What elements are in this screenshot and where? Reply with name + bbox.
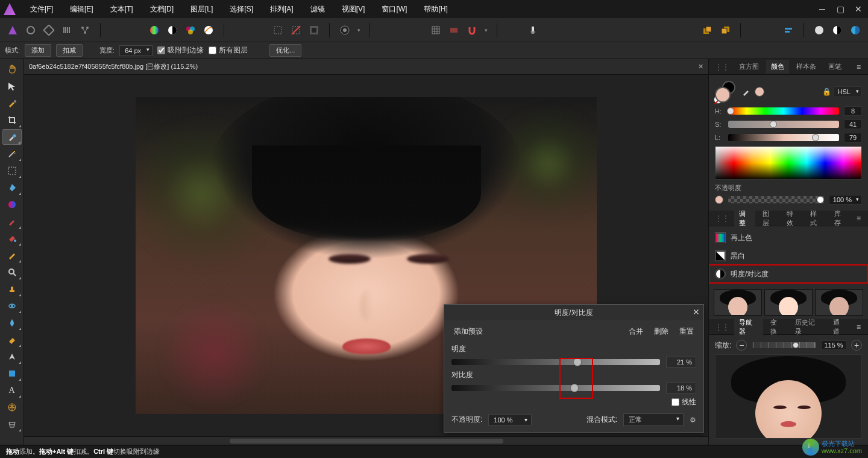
merge-button[interactable]: 合并 — [626, 325, 646, 338]
zoom-out-button[interactable]: − — [736, 340, 747, 351]
adjustment-bw[interactable]: 黑白 — [709, 247, 868, 265]
navigator-preview[interactable] — [715, 354, 862, 439]
mode-add-button[interactable]: 添加 — [25, 44, 51, 57]
menu-text[interactable]: 文本[T] — [102, 1, 142, 18]
paint-brush-tool[interactable] — [2, 214, 22, 229]
lock-icon[interactable]: 🔒 — [822, 87, 831, 96]
arrange-back-icon[interactable] — [717, 22, 733, 38]
preset-thumb[interactable] — [714, 289, 762, 316]
hue-value[interactable]: 8 — [844, 106, 862, 116]
pen-tool[interactable] — [2, 349, 22, 364]
magnet-dropdown[interactable]: ▾ — [482, 22, 489, 38]
zoom-tool[interactable] — [2, 264, 22, 280]
adjustment-vibrance-icon[interactable] — [183, 22, 198, 38]
fill-tool[interactable] — [2, 231, 22, 246]
close-window-button[interactable]: ✕ — [852, 3, 864, 15]
navigator-panel-menu-icon[interactable]: ≡ — [853, 323, 864, 331]
blend-mode-dropdown[interactable]: 正常 — [623, 413, 684, 426]
dialog-opacity-dropdown[interactable]: 100 % — [488, 415, 531, 425]
contrast-value[interactable]: 18 % — [666, 383, 696, 393]
menu-file[interactable]: 文件[F] — [22, 1, 61, 18]
gradient-tool[interactable] — [2, 197, 22, 212]
color-panel-menu-icon[interactable]: ≡ — [853, 63, 864, 71]
adjustment-brightness-contrast[interactable]: 明度/对比度 — [709, 265, 868, 283]
menu-view[interactable]: 视图[V] — [333, 1, 374, 18]
brightness-value[interactable]: 21 % — [666, 357, 696, 367]
align-icon[interactable] — [781, 22, 796, 38]
marquee-deselect-icon[interactable] — [288, 22, 304, 38]
menu-layer[interactable]: 图层[L] — [182, 1, 221, 18]
snap-icon[interactable] — [446, 22, 462, 38]
layer-mask-icon[interactable] — [829, 22, 845, 38]
marquee-invert-icon[interactable] — [306, 22, 322, 38]
magnet-icon[interactable] — [464, 22, 480, 38]
persona-develop-icon[interactable] — [41, 22, 57, 38]
heal-brush-tool[interactable] — [2, 298, 22, 314]
brightness-slider[interactable] — [451, 359, 660, 365]
dialog-settings-icon[interactable]: ⚙ — [690, 416, 696, 424]
tab-histogram[interactable]: 直方图 — [734, 60, 764, 74]
lightness-slider[interactable] — [728, 134, 839, 141]
tab-color[interactable]: 颜色 — [766, 60, 789, 74]
marquee-tool[interactable] — [2, 163, 22, 179]
add-preset-button[interactable]: 添加预设 — [451, 325, 485, 338]
snap-edges-checkbox[interactable]: 吸附到边缘 — [157, 45, 204, 56]
menu-select[interactable]: 选择[S] — [221, 1, 262, 18]
move-tool[interactable] — [2, 78, 22, 94]
light-icon[interactable] — [525, 22, 541, 38]
adjustment-recolor[interactable]: 再上色 — [709, 229, 868, 247]
perspective-tool[interactable] — [2, 416, 22, 432]
hue-slider[interactable] — [728, 107, 839, 115]
dialog-title-bar[interactable]: 明度/对比度 ✕ — [444, 305, 703, 320]
lightness-value[interactable]: 79 — [844, 133, 862, 142]
persona-tone-icon[interactable] — [59, 22, 75, 38]
persona-liquify-icon[interactable] — [23, 22, 39, 38]
shape-tool[interactable] — [2, 366, 22, 381]
hand-tool[interactable] — [2, 62, 22, 77]
quickmask-dropdown[interactable]: ▾ — [355, 22, 362, 38]
adjustment-hsl-icon[interactable] — [146, 22, 162, 38]
eraser-tool[interactable] — [2, 332, 22, 348]
saturation-slider[interactable] — [728, 121, 839, 128]
reset-button[interactable]: 重置 — [677, 325, 696, 338]
color-swatch-pair[interactable] — [715, 81, 737, 103]
opacity-slider[interactable] — [728, 196, 824, 203]
marquee-rect-icon[interactable] — [270, 22, 286, 38]
brightness-contrast-dialog[interactable]: 明度/对比度 ✕ 添加预设 合并 删除 重置 明度 — [444, 304, 704, 433]
canvas[interactable]: 明度/对比度 ✕ 添加预设 合并 删除 重置 明度 — [24, 75, 708, 436]
tab-brushes[interactable]: 画笔 — [823, 60, 846, 74]
quickmask-icon[interactable] — [337, 22, 353, 38]
adjust-panel-menu-icon[interactable]: ≡ — [853, 214, 864, 223]
preset-thumb[interactable] — [764, 289, 813, 316]
menu-document[interactable]: 文档[D] — [142, 1, 182, 18]
layer-channel-icon[interactable] — [848, 22, 863, 38]
all-layers-checkbox[interactable]: 所有图层 — [209, 45, 248, 56]
stamp-tool[interactable] — [2, 281, 22, 297]
text-tool[interactable]: A — [2, 383, 22, 398]
mode-subtract-button[interactable]: 扣减 — [56, 44, 83, 57]
persona-export-icon[interactable] — [77, 22, 93, 38]
selection-brush-tool[interactable] — [2, 129, 22, 145]
preset-thumb[interactable] — [815, 289, 863, 316]
adjustment-bw-icon[interactable] — [165, 22, 180, 38]
mesh-tool[interactable] — [2, 399, 22, 415]
flood-select-tool[interactable] — [2, 180, 22, 196]
menu-filter[interactable]: 滤镜 — [302, 1, 333, 18]
arrange-front-icon[interactable] — [699, 22, 715, 38]
contrast-slider[interactable] — [451, 385, 660, 391]
menu-edit[interactable]: 编辑[E] — [61, 1, 102, 18]
maximize-button[interactable]: ▢ — [834, 3, 846, 15]
horizontal-scrollbar[interactable] — [24, 436, 708, 445]
zoom-slider[interactable] — [752, 342, 816, 348]
menu-window[interactable]: 窗口[W] — [373, 1, 415, 18]
blur-tool[interactable] — [2, 315, 22, 331]
eyedropper-icon[interactable] — [741, 87, 751, 97]
menu-help[interactable]: 帮助[H] — [415, 1, 456, 18]
crop-tool[interactable] — [2, 112, 22, 128]
color-spectrum[interactable] — [715, 146, 862, 180]
minimize-button[interactable]: ─ — [816, 3, 828, 15]
sample-color-icon[interactable] — [755, 87, 764, 97]
magic-wand-tool[interactable] — [2, 146, 22, 162]
width-dropdown[interactable]: 64 px — [119, 45, 153, 56]
linear-checkbox[interactable]: 线性 — [671, 397, 696, 407]
